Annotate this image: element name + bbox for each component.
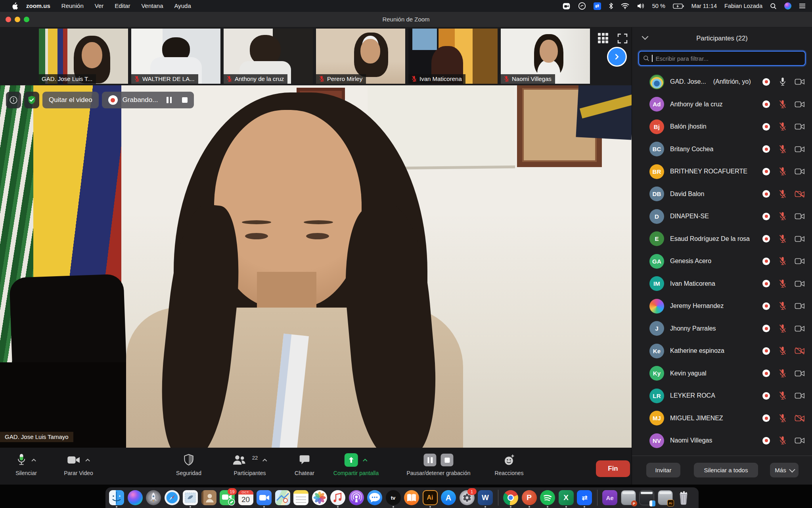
battery-percent[interactable]: 50 % bbox=[652, 3, 665, 9]
dock-contacts-icon[interactable] bbox=[201, 490, 216, 505]
video-thumbnail[interactable]: Perero Mirley bbox=[316, 29, 405, 84]
participant-row[interactable]: DB David Balon bbox=[632, 183, 812, 206]
security-button[interactable]: Seguridad bbox=[176, 453, 201, 476]
dock-powerpoint-icon[interactable]: P bbox=[522, 490, 537, 505]
dock-chrome-icon[interactable] bbox=[503, 490, 518, 505]
stop-recording-button[interactable] bbox=[182, 97, 188, 103]
menu-item-editar[interactable]: Editar bbox=[109, 0, 136, 12]
chat-button[interactable]: Chatear bbox=[295, 453, 314, 476]
dock-books-icon[interactable] bbox=[404, 490, 419, 505]
video-thumbnail[interactable]: GAD. Jose Luis T... bbox=[39, 29, 128, 84]
dock-illustrator-icon[interactable]: Ai bbox=[423, 490, 438, 505]
battery-icon[interactable] bbox=[673, 4, 684, 9]
reactions-button[interactable]: Reacciones bbox=[494, 453, 523, 476]
dock-zoom-icon[interactable] bbox=[257, 490, 272, 505]
participant-row[interactable]: NV Naomi Villegas bbox=[632, 429, 812, 452]
dock-notes-icon[interactable] bbox=[293, 490, 308, 505]
participants-search-box[interactable] bbox=[638, 51, 806, 66]
participant-row[interactable]: IM Ivan Maticorena bbox=[632, 273, 812, 295]
end-meeting-button[interactable]: Fin bbox=[596, 460, 630, 477]
stop-recording-toolbar-button[interactable] bbox=[440, 454, 453, 466]
dock-podcasts-icon[interactable] bbox=[349, 490, 364, 505]
fullscreen-icon[interactable] bbox=[617, 33, 628, 44]
mute-button[interactable]: Silenciar bbox=[15, 453, 37, 476]
search-input[interactable] bbox=[655, 55, 801, 62]
participant-row[interactable]: D DINAPEN-SE bbox=[632, 205, 812, 228]
participant-row[interactable]: GAD. Jose...(Anfitrión, yo) bbox=[632, 71, 812, 93]
dock-minimized-window-illustrator-icon[interactable]: Ai bbox=[658, 490, 673, 505]
menu-item-ventana[interactable]: Ventana bbox=[136, 0, 169, 12]
dock-siri-icon[interactable] bbox=[128, 490, 143, 505]
participant-row[interactable]: E Esaud Rodríguez De la rosa bbox=[632, 228, 812, 250]
wifi-icon[interactable] bbox=[621, 3, 629, 9]
menu-clock[interactable]: Mar 11:14 bbox=[691, 3, 717, 9]
stop-video-overlay-button[interactable]: Quitar el video bbox=[42, 92, 99, 108]
meeting-info-button[interactable] bbox=[6, 92, 21, 108]
invite-button[interactable]: Invitar bbox=[646, 463, 680, 477]
more-button[interactable]: Más bbox=[770, 463, 799, 477]
menu-user-name[interactable]: Fabian Lozada bbox=[724, 3, 762, 9]
dock-maps-icon[interactable] bbox=[275, 490, 290, 505]
mute-options-caret[interactable] bbox=[31, 458, 36, 462]
notification-center-icon[interactable] bbox=[799, 3, 806, 9]
dock-messages-icon[interactable] bbox=[367, 490, 382, 505]
participant-row[interactable]: Ad Anthony de la cruz bbox=[632, 93, 812, 116]
dock-apple-tv-icon[interactable]: tv bbox=[386, 490, 401, 505]
dock-app-store-icon[interactable]: A bbox=[441, 490, 456, 505]
video-thumbnail[interactable]: WALTHER DE LA... bbox=[131, 29, 220, 84]
teamviewer-status-icon[interactable]: ⇄ bbox=[594, 2, 601, 10]
menu-item-zoom.us[interactable]: zoom.us bbox=[21, 0, 56, 12]
dock-safari-icon[interactable] bbox=[165, 490, 180, 505]
dock-calendar-icon[interactable]: OCT.20 bbox=[238, 490, 253, 505]
video-thumbnail[interactable]: Ivan Maticorena bbox=[408, 29, 498, 84]
dock-photos-icon[interactable] bbox=[312, 490, 327, 505]
video-thumbnail[interactable]: Anthony de la cruz bbox=[224, 29, 313, 84]
video-options-caret[interactable] bbox=[85, 458, 90, 462]
dock-minimized-window-finder-icon[interactable] bbox=[639, 490, 654, 505]
dock-minimized-window-powerpoint-icon[interactable]: P bbox=[621, 490, 636, 505]
dock-system-preferences-icon[interactable]: 1 bbox=[460, 490, 475, 505]
dock-mail-icon[interactable] bbox=[183, 490, 198, 505]
dock-ae-folder-icon[interactable]: Ae bbox=[602, 490, 617, 505]
participant-row[interactable]: J Jhonny Parrales bbox=[632, 318, 812, 340]
share-screen-button[interactable]: Compartir pantalla bbox=[333, 453, 379, 476]
encryption-shield-icon[interactable] bbox=[24, 92, 39, 108]
participant-row[interactable]: Bj Balón jhostin bbox=[632, 115, 812, 138]
participant-row[interactable]: LR LEYKER ROCA bbox=[632, 385, 812, 407]
zoom-videocam-status-icon[interactable] bbox=[562, 2, 571, 10]
video-thumbnail[interactable]: Naomi Villegas bbox=[501, 29, 590, 84]
pause-recording-button[interactable] bbox=[167, 97, 172, 103]
dock-spotify-icon[interactable] bbox=[540, 490, 555, 505]
bluetooth-icon[interactable] bbox=[609, 2, 613, 10]
gallery-view-icon[interactable] bbox=[598, 33, 609, 44]
dock-finder-icon[interactable] bbox=[109, 490, 124, 505]
participant-row[interactable]: BC Britany Cochea bbox=[632, 138, 812, 161]
volume-icon[interactable] bbox=[637, 3, 645, 9]
participant-row[interactable]: GA Genesis Acero bbox=[632, 250, 812, 273]
dock-launchpad-icon[interactable] bbox=[146, 490, 161, 505]
spotlight-search-icon[interactable] bbox=[770, 3, 777, 10]
adobe-creative-cloud-icon[interactable] bbox=[578, 2, 586, 10]
dock-word-icon[interactable]: W bbox=[478, 490, 493, 505]
dock-facetime-icon[interactable]: 19 bbox=[220, 490, 235, 505]
menu-item-reunin[interactable]: Reunión bbox=[56, 0, 89, 12]
dock-music-icon[interactable] bbox=[330, 490, 345, 505]
menu-item-ver[interactable]: Ver bbox=[89, 0, 109, 12]
participant-row[interactable]: Ky Kevin yagual bbox=[632, 362, 812, 385]
participant-row[interactable]: BR BRITHNEY ROCAFUERTE bbox=[632, 160, 812, 183]
pause-recording-toolbar-button[interactable] bbox=[423, 454, 436, 466]
participant-row[interactable]: MJ MIGUEL JIMENEZ bbox=[632, 407, 812, 430]
participants-button[interactable]: 22 Participantes bbox=[232, 453, 267, 476]
apple-menu-icon[interactable] bbox=[9, 2, 21, 10]
dock-teamviewer-icon[interactable]: ⇄ bbox=[577, 490, 592, 505]
participant-row[interactable]: Ke Katherine espinoza bbox=[632, 340, 812, 362]
dock-excel-icon[interactable]: X bbox=[559, 490, 574, 505]
participant-row[interactable]: Jeremy Hernandez bbox=[632, 295, 812, 318]
stop-video-button[interactable]: Parar Video bbox=[64, 453, 93, 476]
dock-trash-icon[interactable] bbox=[676, 490, 691, 505]
share-options-caret[interactable] bbox=[363, 458, 368, 462]
next-page-button[interactable] bbox=[607, 47, 627, 67]
mute-all-button[interactable]: Silenciar a todos bbox=[694, 463, 758, 477]
siri-icon[interactable] bbox=[784, 2, 791, 10]
participants-options-caret[interactable] bbox=[262, 458, 267, 462]
